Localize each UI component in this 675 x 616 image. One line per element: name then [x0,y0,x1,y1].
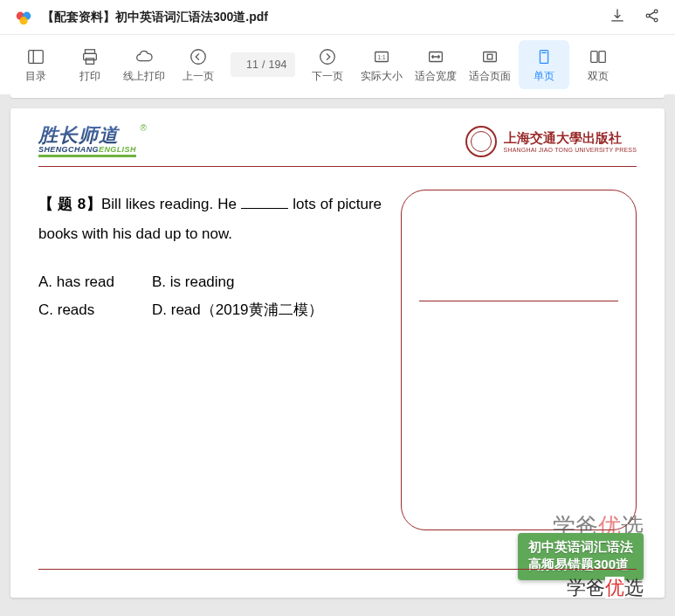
svg-point-10 [191,49,206,64]
page-content: 【 题 8】Bill likes reading. He lots of pic… [38,190,637,530]
share-icon[interactable] [644,7,661,28]
badge-line-1: 初中英语词汇语法 [528,538,633,556]
header-divider [38,166,637,167]
page-header: 胜长师道 SHENGCHANGENGLISH ® 上海交通大學出版社 SHANG… [38,126,637,164]
page-indicator[interactable]: 11 / 194 [231,52,295,77]
page-total: 194 [268,59,286,71]
actual-label: 实际大小 [361,70,403,83]
double-page-button[interactable]: 双页 [573,40,623,89]
university-seal-icon [465,126,497,157]
publisher-en: SHANGHAI JIAO TONG UNIVERSITY PRESS [504,147,637,153]
actual-size-button[interactable]: 1:1 实际大小 [356,40,407,89]
svg-point-5 [654,18,658,22]
svg-point-11 [320,49,335,64]
toc-icon [26,47,45,66]
answer-box [401,190,637,530]
single-page-button[interactable]: 单页 [519,40,569,89]
question-stem: 【 题 8】Bill likes reading. He lots of pic… [38,190,382,249]
next-page-button[interactable]: 下一页 [302,40,353,89]
single-label: 单页 [534,70,554,83]
print-button[interactable]: 打印 [65,40,115,89]
fit-page-label: 适合页面 [469,70,511,83]
option-c: C. reads [38,296,152,324]
question-block: 【 题 8】Bill likes reading. He lots of pic… [38,190,382,530]
svg-rect-19 [599,51,605,62]
brand-main: 胜长师道 [38,126,136,145]
double-label: 双页 [588,70,609,83]
brand-left: 胜长师道 SHENGCHANGENGLISH ® [38,126,136,157]
option-a: A. has read [38,268,152,296]
svg-rect-7 [86,49,95,53]
single-page-icon [534,47,554,66]
prev-label: 上一页 [183,70,214,83]
answer-box-line [419,301,618,301]
svg-point-3 [646,14,650,17]
publisher: 上海交通大學出版社 SHANGHAI JIAO TONG UNIVERSITY … [465,126,637,157]
toolbar: 目录 打印 线上打印 上一页 11 / 194 下一页 1:1 实际大小 适合宽… [0,35,675,94]
svg-rect-9 [86,58,93,63]
chevron-right-icon [318,47,337,66]
filename: 【配套资料】初中英语词汇语法300道.pdf [42,10,609,25]
app-header: 【配套资料】初中英语词汇语法300道.pdf [0,0,675,35]
double-page-icon [589,47,608,66]
footer-divider [38,569,637,570]
actual-size-icon: 1:1 [372,47,391,66]
svg-point-4 [654,10,658,13]
svg-point-2 [19,17,27,24]
options: A. has read B. is reading C. reads D. re… [38,268,382,325]
page-current: 11 [239,59,258,71]
svg-rect-18 [591,51,597,62]
toc-button[interactable]: 目录 [10,40,61,89]
document-viewer[interactable]: 胜长师道 SHENGCHANGENGLISH ® 上海交通大學出版社 SHANG… [0,94,675,616]
cloud-icon [134,47,154,66]
fit-width-label: 适合宽度 [415,70,457,83]
download-icon[interactable] [609,7,626,28]
fit-width-button[interactable]: 适合宽度 [410,40,461,89]
fill-blank [241,208,288,209]
brand-sub: SHENGCHANGENGLISH [38,145,136,157]
toc-label: 目录 [25,70,46,83]
document-page: 胜长师道 SHENGCHANGENGLISH ® 上海交通大學出版社 SHANG… [10,108,665,598]
badge-line-2: 高频易错题300道 [528,556,633,573]
prev-page-button[interactable]: 上一页 [173,40,224,89]
cloud-print-button[interactable]: 线上打印 [119,40,169,89]
fit-page-icon [480,47,499,66]
question-number: 【 题 8】 [38,196,101,212]
option-d: D. read（2019黄浦二模） [152,296,323,324]
footer-watermark: 学爸优选 [567,575,644,601]
svg-rect-15 [484,52,497,61]
print-label: 打印 [79,70,100,83]
baidu-pan-icon [14,8,33,27]
print-icon [80,47,100,66]
fit-page-button[interactable]: 适合页面 [465,40,515,89]
next-label: 下一页 [312,70,343,83]
page-separator: / [262,59,265,71]
publisher-cn: 上海交通大學出版社 [504,130,637,147]
registered-icon: ® [140,123,146,133]
cloud-print-label: 线上打印 [123,70,165,83]
svg-rect-6 [29,50,44,63]
series-badge: 初中英语词汇语法 高频易错题300道 [518,533,644,581]
fit-width-icon [426,47,445,66]
previous-page-edge [10,94,665,98]
chevron-left-icon [189,47,208,66]
svg-text:1:1: 1:1 [378,53,386,59]
option-b: B. is reading [152,268,235,296]
svg-rect-16 [488,54,493,59]
